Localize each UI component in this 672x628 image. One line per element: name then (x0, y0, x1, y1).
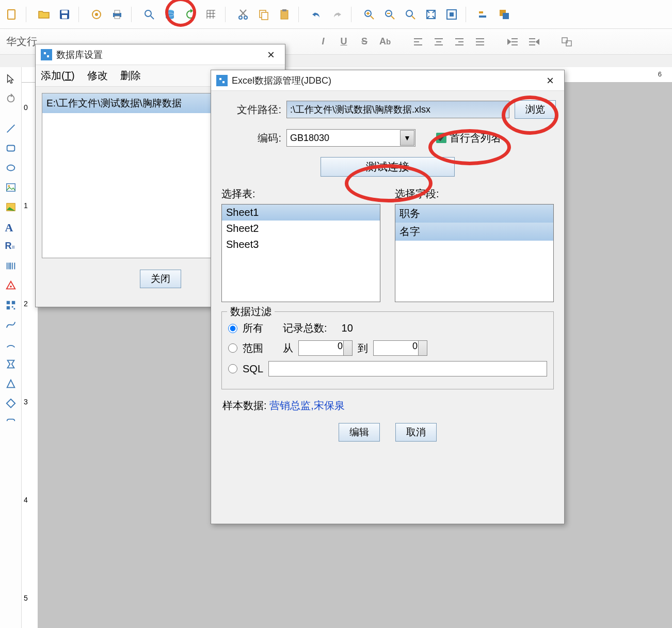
svg-rect-86 (222, 81, 225, 83)
rhombus-tool-button[interactable] (2, 395, 20, 412)
header-checkbox-input[interactable] (436, 133, 446, 143)
header-row-checkbox[interactable]: 首行含列名 (436, 131, 501, 145)
close-button[interactable]: 关闭 (140, 270, 181, 288)
zoom-out-button[interactable] (380, 5, 399, 24)
table-listbox[interactable]: Sheet1 Sheet2 Sheet3 (221, 204, 380, 302)
rounded-tool-button[interactable] (2, 414, 20, 432)
filter-sql-radio[interactable] (228, 364, 237, 373)
svg-line-35 (412, 16, 415, 19)
sample-data-value: 营销总监,宋保泉 (269, 400, 345, 411)
ruler-tick: 6 (658, 70, 662, 78)
menu-delete[interactable]: 删除 (120, 69, 141, 83)
edit-button[interactable]: 编辑 (339, 423, 380, 442)
svg-line-28 (371, 16, 374, 19)
file-path-label: 文件路径: (219, 103, 281, 117)
svg-rect-65 (7, 146, 14, 151)
to-spinner[interactable]: 0 (373, 340, 427, 356)
table-list-item[interactable]: Sheet3 (222, 237, 380, 253)
from-spinner[interactable]: 0 (298, 340, 353, 356)
cut-button[interactable] (233, 5, 253, 24)
underline-button[interactable]: U (334, 33, 353, 51)
arc-tool-button[interactable] (2, 336, 20, 353)
filter-all-label: 所有 (243, 321, 263, 335)
fit-page-button[interactable] (421, 5, 441, 24)
superscript-button[interactable]: Ab (376, 33, 394, 51)
svg-point-20 (244, 16, 247, 19)
copy-button[interactable] (254, 5, 274, 24)
indent-increase-button[interactable] (504, 33, 522, 51)
svg-rect-40 (479, 15, 486, 18)
database-button[interactable] (160, 5, 180, 24)
svg-rect-25 (281, 10, 288, 19)
svg-rect-76 (6, 301, 9, 304)
cursor-tool-button[interactable] (2, 70, 20, 88)
shape-tool-button[interactable] (2, 277, 20, 294)
table-list-item[interactable]: Sheet2 (222, 221, 380, 237)
photo-tool-button[interactable] (2, 198, 20, 216)
open-file-button[interactable] (34, 5, 54, 24)
richtext-tool-button[interactable]: R≡ (2, 238, 20, 255)
test-connection-button[interactable]: 测试连接 (321, 157, 455, 177)
close-icon[interactable]: × (262, 48, 280, 62)
svg-point-34 (406, 10, 412, 17)
redo-button[interactable] (327, 5, 347, 24)
curve-tool-button[interactable] (2, 316, 20, 334)
layers-button[interactable] (494, 5, 514, 24)
align-justify-button[interactable] (471, 33, 489, 51)
menu-modify[interactable]: 修改 (87, 69, 108, 83)
svg-rect-2 (61, 10, 68, 13)
qr-tool-button[interactable] (2, 296, 20, 314)
grid-button[interactable] (201, 5, 221, 24)
paste-button[interactable] (275, 5, 294, 24)
close-icon[interactable]: × (541, 73, 559, 88)
new-file-button[interactable] (2, 5, 22, 24)
dialog-title: Excel数据源管理(JDBC) (232, 74, 331, 87)
filter-range-radio[interactable] (228, 343, 237, 353)
zoom-in-button[interactable] (359, 5, 379, 24)
align-center-button[interactable] (429, 33, 448, 51)
rect-tool-button[interactable] (2, 139, 20, 157)
text-tool-button[interactable]: A (2, 218, 20, 236)
image-tool-button[interactable] (2, 179, 20, 196)
ellipse-tool-button[interactable] (2, 159, 20, 177)
ruler-tick: 1 (24, 201, 28, 210)
indent-decrease-button[interactable] (524, 33, 543, 51)
group-button[interactable] (557, 33, 576, 51)
sql-input[interactable] (268, 361, 547, 376)
settings-button[interactable] (87, 5, 106, 24)
menu-add[interactable]: 添加(T) (41, 69, 75, 83)
filter-all-radio[interactable] (228, 324, 237, 333)
browse-button[interactable]: 浏览 (515, 100, 556, 119)
align-left-button[interactable] (409, 33, 427, 51)
field-listbox[interactable]: 职务 名字 (395, 204, 554, 302)
triangle-tool-button[interactable] (2, 375, 20, 392)
undo-button[interactable] (307, 5, 326, 24)
zoom-fit-button[interactable] (401, 5, 420, 24)
save-button[interactable] (55, 5, 74, 24)
from-label: 从 (283, 341, 293, 355)
italic-button[interactable]: I (314, 33, 332, 51)
cancel-button[interactable]: 取消 (395, 423, 437, 442)
table-list-item[interactable]: Sheet1 (222, 205, 380, 221)
strikethrough-button[interactable]: S (355, 33, 374, 51)
print-button[interactable] (107, 5, 127, 24)
sample-data-label: 样本数据: (222, 400, 267, 411)
refresh-button[interactable] (181, 5, 200, 24)
barcode-tool-button[interactable] (2, 257, 20, 275)
preview-button[interactable] (139, 5, 159, 24)
align-right-button[interactable] (450, 33, 469, 51)
rotate-tool-button[interactable] (2, 90, 20, 107)
file-path-input[interactable] (286, 101, 509, 118)
line-tool-button[interactable] (2, 120, 20, 137)
svg-point-75 (10, 286, 12, 288)
dialog-titlebar: Excel数据源管理(JDBC) × (211, 70, 564, 91)
record-count-label: 记录总数: (283, 321, 327, 335)
actual-size-button[interactable] (442, 5, 461, 24)
select-table-label: 选择表: (221, 187, 380, 201)
encoding-select[interactable] (286, 129, 415, 147)
align-button[interactable] (474, 5, 493, 24)
field-list-item[interactable]: 职务 (395, 205, 553, 223)
field-list-item[interactable]: 名字 (395, 223, 553, 241)
polygon-tool-button[interactable] (2, 355, 20, 373)
ruler-tick: 3 (24, 398, 28, 406)
